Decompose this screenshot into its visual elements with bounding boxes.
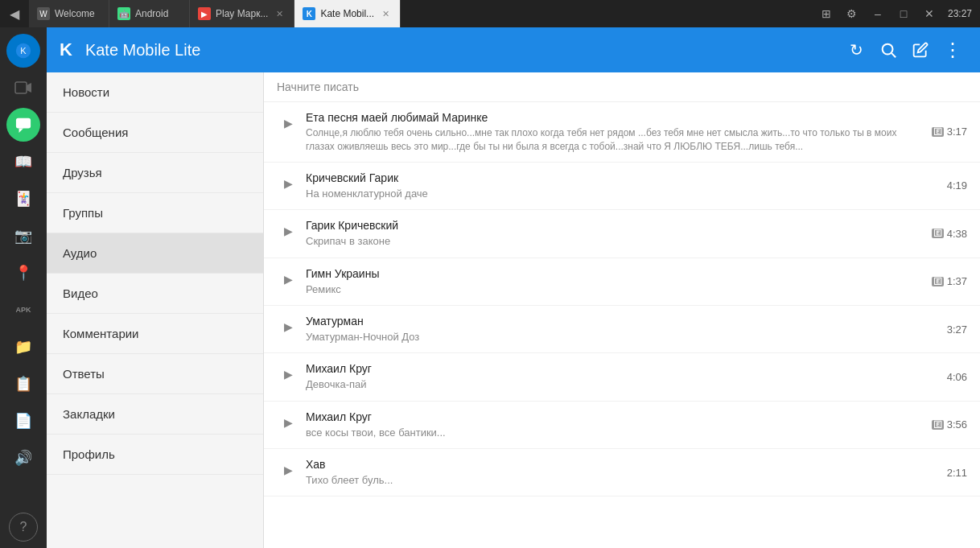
nav-item-comments[interactable]: Комментарии: [47, 314, 263, 354]
audio-subtitle-1: Солнце,я люблю тебя очень сильно...мне т…: [306, 126, 925, 154]
edit-icon[interactable]: [906, 35, 935, 64]
tab-play-close[interactable]: ✕: [273, 7, 286, 20]
audio-title-5: Уматурман: [306, 314, 941, 328]
app-header: K Kate Mobile Lite ↻ ⋮: [47, 27, 980, 72]
audio-subtitle-8: Тихо блеет буль...: [306, 473, 941, 488]
tab-play[interactable]: ▶ Play Марк... ✕: [190, 0, 294, 27]
search-bar[interactable]: Начните писать: [264, 72, 980, 102]
nav-item-groups[interactable]: Группы: [47, 193, 263, 233]
audio-meta-1: 🄴 3:17: [932, 126, 967, 138]
audio-info-5: Уматурман Уматурман-Ночной Доз: [306, 314, 941, 344]
svg-rect-4: [16, 118, 31, 129]
tab-android-icon: 🤖: [117, 7, 130, 20]
tab-kate-close[interactable]: ✕: [379, 7, 392, 20]
play-button-8[interactable]: ▶: [277, 459, 299, 481]
audio-duration-8: 2:11: [947, 467, 967, 479]
explicit-badge-1: 🄴: [932, 127, 944, 137]
audio-item-7[interactable]: ▶ Михаил Круг все косы твои, все бантики…: [264, 402, 980, 449]
sidebar-icon-stickers[interactable]: 🃏: [6, 182, 40, 216]
svg-rect-2: [15, 82, 27, 93]
icon-sidebar: K 📖 🃏 📷 📍 APK 📁 📋 📄 🔊 ?: [0, 27, 47, 548]
app-header-icons: ↻ ⋮: [842, 35, 967, 64]
audio-item-5[interactable]: ▶ Уматурман Уматурман-Ночной Доз 3:27: [264, 306, 980, 353]
audio-meta-3: 🄴 4:38: [932, 228, 967, 240]
sidebar-icon-video[interactable]: [6, 71, 40, 105]
sidebar-icon-camera2[interactable]: 📷: [6, 219, 40, 253]
search-icon[interactable]: [874, 35, 903, 64]
audio-item-2[interactable]: ▶ Кричевский Гарик На номенклатурной дач…: [264, 163, 980, 210]
audio-meta-8: 2:11: [947, 467, 967, 479]
audio-title-8: Хав: [306, 457, 941, 472]
audio-meta-6: 4:06: [947, 371, 967, 383]
sidebar-icon-pin[interactable]: 📍: [6, 256, 40, 290]
svg-marker-3: [27, 83, 31, 93]
audio-title-7: Михаил Круг: [306, 410, 925, 424]
taskbar-controls: ⊞ ⚙ – □ ✕: [814, 2, 948, 26]
audio-subtitle-4: Ремикс: [306, 282, 925, 297]
audio-info-1: Ета песня маей любимай Маринке Солнце,я …: [306, 110, 925, 154]
sidebar-icon-folder[interactable]: 📁: [6, 330, 40, 364]
back-button[interactable]: ◀: [0, 0, 29, 27]
audio-info-3: Гарик Кричевский Скрипач в законе: [306, 218, 925, 249]
audio-item-4[interactable]: ▶ Гимн Украины Ремикс 🄴 1:37: [264, 258, 980, 306]
audio-duration-7: 3:56: [947, 418, 967, 431]
audio-title-2: Кричевский Гарик: [306, 171, 941, 185]
audio-list: Начните писать ▶ Ета песня маей любимай …: [264, 72, 980, 548]
main-container: K 📖 🃏 📷 📍 APK 📁 📋 📄 🔊 ? K Kate Mobile Li…: [0, 27, 980, 548]
more-icon[interactable]: ⋮: [938, 35, 967, 64]
window-grid-button[interactable]: ⊞: [814, 2, 838, 26]
nav-item-profile[interactable]: Профиль: [47, 435, 263, 475]
audio-item-1[interactable]: ▶ Ета песня маей любимай Маринке Солнце,…: [264, 102, 980, 163]
nav-item-replies[interactable]: Ответы: [47, 354, 263, 394]
play-button-2[interactable]: ▶: [277, 172, 299, 195]
svg-text:K: K: [20, 46, 27, 56]
audio-title-6: Михаил Круг: [306, 361, 941, 376]
nav-item-audio[interactable]: Аудио: [47, 233, 263, 274]
play-button-3[interactable]: ▶: [277, 220, 299, 242]
sidebar-icon-list[interactable]: 📋: [6, 367, 40, 401]
play-button-6[interactable]: ▶: [277, 363, 299, 385]
sidebar-icon-copy[interactable]: 📄: [6, 404, 40, 438]
audio-item-6[interactable]: ▶ Михаил Круг Девочка-пай 4:06: [264, 353, 980, 401]
nav-sidebar: Новости Сообщения Друзья Группы Аудио Ви…: [47, 72, 264, 548]
tab-android[interactable]: 🤖 Android: [109, 0, 190, 27]
audio-info-8: Хав Тихо блеет буль...: [306, 457, 941, 488]
audio-duration-5: 3:27: [947, 323, 967, 336]
nav-item-video[interactable]: Видео: [47, 274, 263, 314]
explicit-badge-3: 🄴: [932, 229, 944, 238]
tab-welcome[interactable]: W Welcome: [29, 0, 109, 27]
settings-button[interactable]: ⚙: [840, 2, 864, 26]
audio-title-1: Ета песня маей любимай Маринке: [306, 110, 925, 125]
audio-item-3[interactable]: ▶ Гарик Кричевский Скрипач в законе 🄴 4:…: [264, 210, 980, 258]
play-button-5[interactable]: ▶: [277, 315, 299, 338]
play-button-4[interactable]: ▶: [277, 268, 299, 290]
nav-item-bookmarks[interactable]: Закладки: [47, 394, 263, 435]
audio-duration-2: 4:19: [947, 179, 967, 192]
taskbar-time: 23:27: [948, 8, 980, 19]
tab-kate[interactable]: K Kate Mobil... ✕: [294, 0, 401, 27]
audio-subtitle-6: Девочка-пай: [306, 377, 941, 392]
minimize-button[interactable]: –: [866, 2, 890, 26]
play-button-1[interactable]: ▶: [277, 112, 299, 134]
sidebar-icon-chat[interactable]: [6, 108, 40, 142]
nav-item-friends[interactable]: Друзья: [47, 153, 263, 193]
sidebar-icon-help[interactable]: ?: [9, 513, 38, 542]
refresh-icon[interactable]: ↻: [842, 35, 871, 64]
close-button[interactable]: ✕: [917, 2, 941, 26]
maximize-button[interactable]: □: [891, 2, 916, 26]
sidebar-icon-sound[interactable]: 🔊: [6, 441, 40, 475]
nav-item-messages[interactable]: Сообщения: [47, 113, 263, 153]
tab-android-label: Android: [135, 8, 168, 19]
sidebar-icon-book[interactable]: 📖: [6, 145, 40, 179]
audio-duration-6: 4:06: [947, 371, 967, 383]
tab-play-icon: ▶: [198, 7, 211, 20]
taskbar: ◀ W Welcome 🤖 Android ▶ Play Марк... ✕ K…: [0, 0, 980, 27]
audio-meta-2: 4:19: [947, 179, 967, 192]
audio-item-8[interactable]: ▶ Хав Тихо блеет буль... 2:11: [264, 449, 980, 496]
play-button-7[interactable]: ▶: [277, 411, 299, 434]
sidebar-icon-apk[interactable]: APK: [6, 293, 40, 327]
svg-point-6: [883, 44, 893, 55]
audio-subtitle-3: Скрипач в законе: [306, 234, 925, 249]
sidebar-icon-camera[interactable]: K: [6, 34, 40, 68]
nav-item-news[interactable]: Новости: [47, 72, 263, 113]
